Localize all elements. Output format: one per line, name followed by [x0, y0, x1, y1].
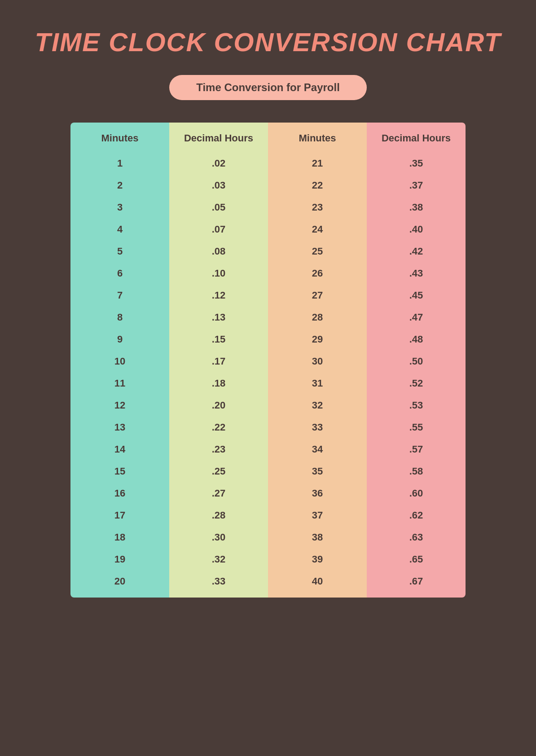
- table-row: .17: [169, 350, 268, 372]
- table-row: .07: [169, 218, 268, 240]
- table-row: .40: [367, 218, 466, 240]
- table-row: .62: [367, 504, 466, 526]
- table-row: .38: [367, 196, 466, 218]
- table-row: 7: [70, 284, 169, 306]
- table-row: .50: [367, 350, 466, 372]
- table-row: .35: [367, 152, 466, 174]
- table-row: .53: [367, 394, 466, 416]
- column-minutes-1: Minutes 1234567891011121314151617181920: [70, 123, 169, 598]
- table-row: .45: [367, 284, 466, 306]
- table-row: 4: [70, 218, 169, 240]
- col1-header: Minutes: [70, 123, 169, 152]
- table-row: .63: [367, 526, 466, 548]
- table-row: 22: [268, 174, 367, 196]
- conversion-table: Minutes 1234567891011121314151617181920 …: [70, 123, 466, 598]
- table-row: .18: [169, 372, 268, 394]
- table-row: 40: [268, 570, 367, 598]
- table-row: 32: [268, 394, 367, 416]
- table-row: .47: [367, 306, 466, 328]
- table-row: 23: [268, 196, 367, 218]
- table-row: 15: [70, 460, 169, 482]
- table-row: 16: [70, 482, 169, 504]
- table-row: .32: [169, 548, 268, 570]
- table-row: .37: [367, 174, 466, 196]
- table-row: 21: [268, 152, 367, 174]
- table-row: 8: [70, 306, 169, 328]
- table-row: .10: [169, 262, 268, 284]
- table-row: .28: [169, 504, 268, 526]
- table-row: .60: [367, 482, 466, 504]
- table-row: 14: [70, 438, 169, 460]
- table-row: .22: [169, 416, 268, 438]
- column-minutes-2: Minutes 21222324252627282930313233343536…: [268, 123, 367, 598]
- table-row: .08: [169, 240, 268, 262]
- table-row: 17: [70, 504, 169, 526]
- table-row: .58: [367, 460, 466, 482]
- subtitle-pill: Time Conversion for Payroll: [169, 75, 367, 100]
- col2-header: Decimal Hours: [169, 123, 268, 152]
- table-row: .20: [169, 394, 268, 416]
- table-row: .42: [367, 240, 466, 262]
- table-row: .13: [169, 306, 268, 328]
- table-row: .27: [169, 482, 268, 504]
- table-row: 26: [268, 262, 367, 284]
- table-row: 39: [268, 548, 367, 570]
- table-row: .55: [367, 416, 466, 438]
- table-row: 13: [70, 416, 169, 438]
- table-row: 2: [70, 174, 169, 196]
- table-row: .02: [169, 152, 268, 174]
- table-row: 6: [70, 262, 169, 284]
- table-row: 12: [70, 394, 169, 416]
- table-row: .48: [367, 328, 466, 350]
- table-row: 37: [268, 504, 367, 526]
- table-row: 33: [268, 416, 367, 438]
- table-row: 19: [70, 548, 169, 570]
- table-row: 31: [268, 372, 367, 394]
- table-row: .33: [169, 570, 268, 598]
- table-row: .03: [169, 174, 268, 196]
- column-decimal-2: Decimal Hours .35.37.38.40.42.43.45.47.4…: [367, 123, 466, 598]
- page-title: TIME CLOCK CONVERSION CHART: [35, 27, 501, 57]
- table-row: 30: [268, 350, 367, 372]
- table-row: 9: [70, 328, 169, 350]
- table-row: 28: [268, 306, 367, 328]
- table-row: 1: [70, 152, 169, 174]
- table-row: 20: [70, 570, 169, 598]
- column-decimal-1: Decimal Hours .02.03.05.07.08.10.12.13.1…: [169, 123, 268, 598]
- table-row: .15: [169, 328, 268, 350]
- table-row: .23: [169, 438, 268, 460]
- table-row: 18: [70, 526, 169, 548]
- table-row: .30: [169, 526, 268, 548]
- table-row: 10: [70, 350, 169, 372]
- table-row: .05: [169, 196, 268, 218]
- table-row: 11: [70, 372, 169, 394]
- table-row: .65: [367, 548, 466, 570]
- table-row: .12: [169, 284, 268, 306]
- table-row: 25: [268, 240, 367, 262]
- table-row: .43: [367, 262, 466, 284]
- table-row: 5: [70, 240, 169, 262]
- table-row: 35: [268, 460, 367, 482]
- table-row: .52: [367, 372, 466, 394]
- col3-header: Minutes: [268, 123, 367, 152]
- table-row: 3: [70, 196, 169, 218]
- table-row: 29: [268, 328, 367, 350]
- table-row: 34: [268, 438, 367, 460]
- table-row: 36: [268, 482, 367, 504]
- table-row: .25: [169, 460, 268, 482]
- table-row: .57: [367, 438, 466, 460]
- col4-header: Decimal Hours: [367, 123, 466, 152]
- table-row: 27: [268, 284, 367, 306]
- table-row: .67: [367, 570, 466, 598]
- table-row: 24: [268, 218, 367, 240]
- table-row: 38: [268, 526, 367, 548]
